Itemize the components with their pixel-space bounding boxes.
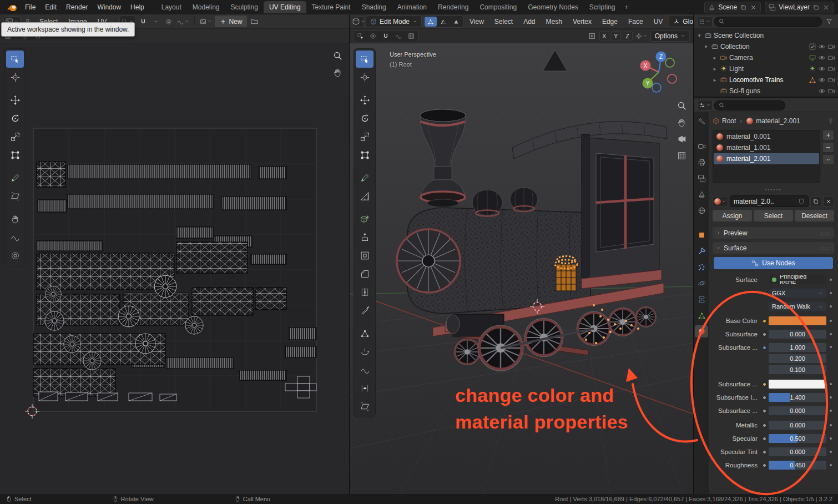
- menu-help[interactable]: Help: [126, 2, 149, 13]
- ptab-output[interactable]: [695, 156, 708, 168]
- ptab-tool[interactable]: [695, 115, 708, 128]
- add-slot-button[interactable]: [822, 130, 834, 140]
- vp-menu-vertex[interactable]: Vertex: [568, 16, 596, 27]
- vp-smooth-tool[interactable]: [356, 361, 373, 379]
- uv-pinch-tool[interactable]: [6, 247, 24, 264]
- vp-menu-uv[interactable]: UV: [649, 16, 668, 27]
- outliner-row-scifi-guns[interactable]: Sci-fi guns: [694, 85, 838, 97]
- uv-rip-region-tool[interactable]: [6, 188, 24, 205]
- zoom-icon[interactable]: [677, 101, 686, 110]
- fake-user-shield-icon[interactable]: [798, 198, 805, 205]
- uv-transform-tool[interactable]: [6, 147, 24, 164]
- new-scene-icon[interactable]: [740, 4, 747, 11]
- options-dropdown[interactable]: Options: [650, 30, 690, 42]
- specular-slider[interactable]: 0.500: [768, 434, 827, 443]
- properties-search-input[interactable]: [714, 100, 785, 110]
- outliner-row-light[interactable]: ▸ Light: [694, 63, 838, 74]
- uv-grab-tool[interactable]: [6, 210, 24, 228]
- uv-cursor-tool[interactable]: [6, 69, 24, 86]
- outliner-row-collection[interactable]: ▾ Collection: [694, 41, 838, 52]
- tweak-fallback-button[interactable]: [354, 31, 366, 41]
- vp-menu-face[interactable]: Face: [624, 16, 648, 27]
- outliner-editor-type-button[interactable]: [697, 16, 713, 27]
- hide-eye-icon[interactable]: [818, 43, 826, 51]
- outliner-row-locomotive-trains[interactable]: ▸ Locomotive Trains: [694, 74, 838, 85]
- vp-poly-build-tool[interactable]: [356, 325, 373, 342]
- snap-target-button[interactable]: [634, 31, 649, 42]
- uv-scale-tool[interactable]: [6, 128, 24, 145]
- vp-menu-view[interactable]: View: [465, 16, 488, 27]
- tab-uv-editing[interactable]: UV Editing: [264, 1, 306, 13]
- disclosure-icon[interactable]: ▾: [696, 33, 703, 38]
- render-camera-icon[interactable]: [827, 54, 835, 62]
- pan-hand-icon[interactable]: [677, 118, 686, 127]
- outliner-filter-button[interactable]: [824, 16, 835, 27]
- face-select-mode-button[interactable]: [450, 17, 462, 27]
- new-image-button[interactable]: New: [215, 16, 247, 27]
- metallic-slider[interactable]: 0.000: [768, 420, 827, 430]
- new-view-layer-icon[interactable]: [812, 4, 820, 11]
- uv-annotate-tool[interactable]: [6, 169, 24, 187]
- subsurface-radius-x[interactable]: 1.000: [768, 342, 827, 352]
- grid-toggle[interactable]: [405, 31, 417, 41]
- subsurface-slider[interactable]: 0.000: [768, 329, 827, 339]
- vp-move-tool[interactable]: [356, 92, 373, 109]
- remove-slot-button[interactable]: [822, 142, 834, 153]
- vp-transform-tool[interactable]: [356, 147, 373, 164]
- mirror-label-button[interactable]: [587, 31, 598, 42]
- browse-material-button[interactable]: [713, 196, 728, 207]
- menu-render[interactable]: Render: [62, 2, 92, 13]
- ptab-view-layer[interactable]: [695, 172, 708, 184]
- vp-rotate-tool[interactable]: [356, 110, 373, 127]
- menu-window[interactable]: Window: [93, 2, 125, 13]
- proportional-edit-toggle[interactable]: [163, 16, 174, 27]
- ptab-material[interactable]: [695, 325, 708, 337]
- pin-icon[interactable]: [827, 118, 834, 124]
- view-layer-selector[interactable]: ViewLayer: [765, 2, 834, 13]
- outliner-row-scene-collection[interactable]: ▾ Scene Collection: [694, 30, 838, 41]
- base-color-swatch[interactable]: [768, 316, 827, 326]
- shader-selector[interactable]: Principled BSDF: [768, 275, 827, 285]
- tab-texture-paint[interactable]: Texture Paint: [306, 1, 356, 13]
- disclosure-icon[interactable]: ▸: [711, 66, 718, 72]
- browse-image-button[interactable]: [199, 16, 213, 27]
- subsurface-method-dropdown[interactable]: Random Walk: [768, 301, 827, 311]
- deselect-button[interactable]: Deselect: [795, 210, 834, 221]
- camera-view-icon[interactable]: [677, 134, 686, 144]
- outliner-search-input[interactable]: [714, 17, 822, 27]
- render-camera-icon[interactable]: [827, 43, 835, 51]
- uv-move-tool[interactable]: [6, 92, 24, 109]
- vp-loop-cut-tool[interactable]: [356, 284, 373, 301]
- navigation-gizmo[interactable]: Z X Y: [633, 49, 684, 100]
- uv-select-box-tool[interactable]: [6, 51, 24, 68]
- vp-menu-select[interactable]: Select: [490, 16, 517, 27]
- ptab-physics[interactable]: [695, 277, 708, 289]
- viewport-canvas[interactable]: User Perspective (1) Root Z X Y: [350, 43, 693, 494]
- ptab-object-data[interactable]: [695, 309, 708, 321]
- uv-canvas[interactable]: [0, 43, 349, 494]
- checkbox-icon[interactable]: [809, 43, 816, 51]
- specular-tint-slider[interactable]: 0.000: [768, 447, 827, 457]
- vp-shear-tool[interactable]: [356, 398, 373, 415]
- vp-inset-faces-tool[interactable]: [356, 247, 373, 264]
- vp-measure-tool[interactable]: [356, 188, 373, 205]
- disclosure-icon[interactable]: ▸: [711, 77, 718, 83]
- subsurface-ior-slider[interactable]: 1.400: [768, 392, 827, 402]
- vp-add-cube-tool[interactable]: [356, 210, 373, 228]
- ptab-render[interactable]: [695, 140, 708, 152]
- render-camera-icon[interactable]: [827, 87, 835, 95]
- tab-layout[interactable]: Layout: [156, 1, 187, 13]
- ptab-particles[interactable]: [695, 261, 708, 273]
- subsurface-radius-y[interactable]: 0.200: [768, 354, 827, 364]
- mirror-z-toggle[interactable]: Z: [623, 31, 633, 41]
- ptab-constraints[interactable]: [695, 293, 708, 305]
- subsurface-anisotropy-slider[interactable]: 0.000: [768, 406, 827, 416]
- viewport-editor-type-button[interactable]: [353, 16, 364, 27]
- vp-bevel-tool[interactable]: [356, 265, 373, 283]
- disclosure-icon[interactable]: ▾: [703, 44, 709, 49]
- ptab-modifiers[interactable]: [695, 245, 708, 257]
- hide-eye-icon[interactable]: [818, 87, 826, 95]
- surface-section-header[interactable]: Surface ::::: [713, 242, 834, 254]
- vp-select-box-tool[interactable]: [356, 51, 373, 68]
- slot-specials-button[interactable]: [822, 154, 834, 165]
